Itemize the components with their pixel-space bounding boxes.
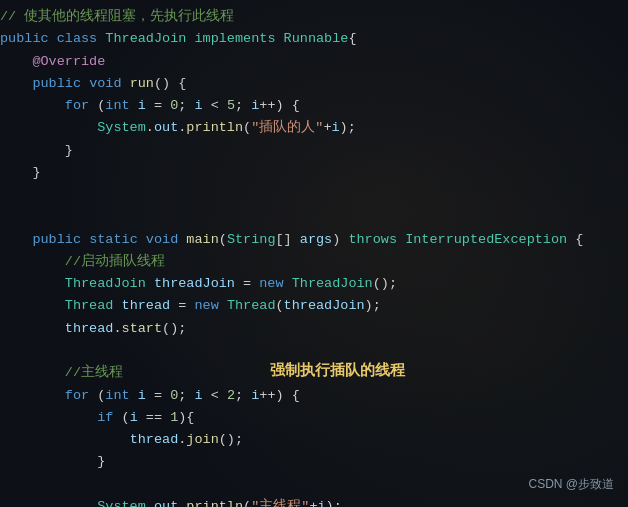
code-line: }	[0, 140, 628, 162]
code-line: System.out.println("主线程"+i);	[0, 496, 628, 507]
code-text: //启动插队线程	[0, 251, 620, 273]
code-text	[0, 474, 620, 496]
code-line: public static void main(String[] args) t…	[0, 229, 628, 251]
code-line: thread.start();	[0, 318, 628, 340]
code-text: if (i == 1){	[0, 407, 620, 429]
code-text: ThreadJoin threadJoin = new ThreadJoin()…	[0, 273, 620, 295]
watermark-label: CSDN @步致道	[528, 475, 614, 495]
code-line: public void run() {	[0, 73, 628, 95]
code-text	[0, 184, 620, 206]
code-text: for (int i = 0; i < 2; i++) {	[0, 385, 620, 407]
code-line: // 使其他的线程阻塞，先执行此线程	[0, 6, 628, 28]
code-text: }	[0, 140, 620, 162]
code-text: Thread thread = new Thread(threadJoin);	[0, 295, 620, 317]
code-line: for (int i = 0; i < 2; i++) {	[0, 385, 628, 407]
code-line: thread.join();	[0, 429, 628, 451]
code-text: thread.start();	[0, 318, 620, 340]
code-text: System.out.println("插队的人"+i);	[0, 117, 620, 139]
code-text: }	[0, 162, 620, 184]
code-text: @Override	[0, 51, 620, 73]
tooltip-label: 强制执行插队的线程	[270, 358, 405, 383]
code-line: System.out.println("插队的人"+i);	[0, 117, 628, 139]
code-text: public void run() {	[0, 73, 620, 95]
code-line	[0, 206, 628, 228]
code-line: }	[0, 162, 628, 184]
code-line: ThreadJoin threadJoin = new ThreadJoin()…	[0, 273, 628, 295]
code-line: if (i == 1){	[0, 407, 628, 429]
code-text: // 使其他的线程阻塞，先执行此线程	[0, 6, 620, 28]
code-line	[0, 184, 628, 206]
code-text: thread.join();	[0, 429, 620, 451]
code-text: }	[0, 451, 620, 473]
code-text: public static void main(String[] args) t…	[0, 229, 620, 251]
code-line: //启动插队线程	[0, 251, 628, 273]
code-line: Thread thread = new Thread(threadJoin);	[0, 295, 628, 317]
code-line: public class ThreadJoin implements Runna…	[0, 28, 628, 50]
code-text	[0, 206, 620, 228]
code-text: public class ThreadJoin implements Runna…	[0, 28, 620, 50]
code-lines: // 使其他的线程阻塞，先执行此线程public class ThreadJoi…	[0, 6, 628, 507]
code-line: @Override	[0, 51, 628, 73]
code-text: System.out.println("主线程"+i);	[0, 496, 620, 507]
code-editor: // 使其他的线程阻塞，先执行此线程public class ThreadJoi…	[0, 0, 628, 507]
code-line: for (int i = 0; i < 5; i++) {	[0, 95, 628, 117]
code-text: for (int i = 0; i < 5; i++) {	[0, 95, 620, 117]
code-line: }	[0, 451, 628, 473]
